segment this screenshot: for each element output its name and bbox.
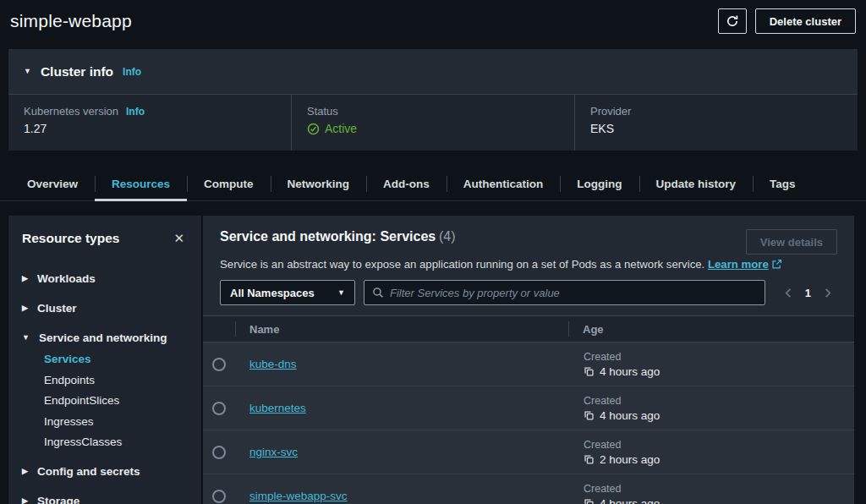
namespace-select[interactable]: All Namespaces ▼ (220, 280, 355, 305)
check-circle-icon (307, 123, 320, 135)
sidebar-item-label: Service and networking (39, 331, 167, 344)
chevron-right-icon: ▶ (22, 304, 28, 312)
radio-cell (203, 358, 235, 371)
created-label: Created (584, 483, 854, 495)
services-title: Service and networking: Services (220, 229, 436, 244)
cluster-info-title: Cluster info (41, 64, 113, 79)
created-label: Created (584, 351, 854, 363)
tab-tags[interactable]: Tags (753, 167, 813, 200)
service-link[interactable]: kubernetes (249, 402, 306, 414)
sidebar-item-label: Config and secrets (37, 465, 140, 478)
kubernetes-version-info-link[interactable]: Info (126, 106, 145, 118)
sidebar-item-config-and-secrets[interactable]: ▶ Config and secrets (22, 463, 188, 480)
status-text: Active (325, 122, 357, 135)
services-header: Service and networking: Services (4) Vie… (220, 229, 837, 255)
age-cell: Created 4 hours ago (568, 395, 854, 422)
copy-icon[interactable] (584, 498, 595, 504)
sidebar-item-cluster[interactable]: ▶ Cluster (22, 299, 188, 317)
search-box (364, 280, 765, 305)
copy-icon[interactable] (584, 410, 595, 421)
learn-more-link[interactable]: Learn more (708, 258, 769, 271)
tab-logging[interactable]: Logging (560, 167, 639, 200)
field-label-text: Kubernetes version (24, 105, 118, 118)
tab-resources[interactable]: Resources (95, 167, 187, 200)
cluster-info-header[interactable]: ▼ Cluster info Info (8, 49, 858, 95)
refresh-button[interactable] (718, 8, 747, 34)
table-row: kubernetes Created 4 hours ago (203, 386, 854, 430)
service-link[interactable]: kube-dns (249, 358, 297, 370)
cluster-info-info-link[interactable]: Info (123, 66, 141, 78)
age-cell: Created 4 hours ago (568, 351, 854, 378)
copy-icon[interactable] (584, 366, 595, 377)
tab-add-ons[interactable]: Add-ons (366, 167, 447, 200)
page-number: 1 (805, 287, 811, 299)
sidebar-item-workloads[interactable]: ▶ Workloads (22, 270, 188, 288)
chevron-right-icon: ▶ (22, 275, 28, 282)
sidebar-item-endpoints[interactable]: Endpoints (44, 371, 188, 388)
services-title-wrap: Service and networking: Services (4) (220, 229, 456, 244)
tab-update-history[interactable]: Update history (639, 167, 754, 200)
filter-row: All Namespaces ▼ 1 (220, 280, 837, 305)
chevron-left-icon[interactable] (782, 287, 795, 299)
sidebar-item-service-and-networking[interactable]: ▼ Service and networking (22, 329, 188, 347)
sidebar-item-ingressclasses[interactable]: IngressClasses (44, 434, 188, 451)
tab-overview[interactable]: Overview (10, 167, 95, 200)
name-cell: nginx-svc (235, 446, 568, 458)
radio-cell (203, 446, 235, 459)
search-icon (372, 287, 384, 299)
sidebar-title: Resource types (22, 231, 119, 246)
cluster-info-body: Kubernetes version Info 1.27 Status Acti… (8, 95, 858, 151)
status-badge: Active (307, 122, 559, 135)
name-cell: kubernetes (235, 402, 568, 414)
sidebar-item-endpointslices[interactable]: EndpointSlices (44, 392, 188, 409)
delete-cluster-button[interactable]: Delete cluster (755, 8, 856, 34)
tab-authentication[interactable]: Authentication (447, 167, 561, 200)
chevron-down-icon: ▼ (337, 288, 345, 297)
age-value: 4 hours ago (600, 409, 660, 422)
tab-compute[interactable]: Compute (187, 167, 271, 200)
cluster-tabs: Overview Resources Compute Networking Ad… (0, 167, 866, 201)
age-value: 4 hours ago (600, 365, 660, 378)
top-bar: simple-webapp Delete cluster (0, 0, 866, 42)
kubernetes-version-label: Kubernetes version Info (24, 105, 276, 118)
resource-types-sidebar: Resource types ✕ ▶ Workloads ▶ Cluster ▼… (8, 216, 201, 504)
name-cell: kube-dns (235, 358, 568, 370)
name-column-header[interactable]: Name (235, 316, 568, 342)
close-icon[interactable]: ✕ (170, 229, 188, 248)
provider-value: EKS (590, 122, 842, 135)
provider-field: Provider EKS (574, 95, 858, 151)
radio-column-header (203, 316, 235, 342)
refresh-icon (726, 14, 739, 28)
chevron-right-icon: ▶ (22, 497, 28, 504)
services-table: Name Age kube-dns Created 4 (203, 315, 854, 504)
eks-cluster-page: simple-webapp Delete cluster ▼ Cluster i… (0, 0, 866, 504)
chevron-right-icon[interactable] (821, 287, 834, 299)
created-label: Created (584, 395, 854, 407)
row-radio[interactable] (212, 446, 226, 459)
status-label: Status (307, 105, 559, 118)
age-value: 2 hours ago (600, 453, 660, 466)
description-text: Service is an abstract way to expose an … (220, 258, 704, 271)
service-link[interactable]: nginx-svc (249, 446, 298, 458)
services-panel: Service and networking: Services (4) Vie… (203, 216, 854, 504)
sidebar-item-ingresses[interactable]: Ingresses (44, 413, 188, 430)
sidebar-item-services[interactable]: Services (44, 351, 188, 368)
sidebar-item-label: Workloads (37, 272, 96, 285)
view-details-button[interactable]: View details (746, 229, 837, 255)
row-radio[interactable] (212, 490, 226, 503)
sidebar-item-label: Storage (37, 495, 79, 504)
provider-label: Provider (590, 105, 842, 118)
external-link-icon (771, 259, 782, 270)
tab-networking[interactable]: Networking (271, 167, 367, 200)
pagination: 1 (782, 287, 834, 299)
radio-cell (203, 490, 235, 503)
age-column-header[interactable]: Age (568, 316, 854, 342)
row-radio[interactable] (212, 402, 226, 415)
row-radio[interactable] (212, 358, 226, 371)
sidebar-list: ▶ Workloads ▶ Cluster ▼ Service and netw… (22, 270, 188, 504)
copy-icon[interactable] (584, 454, 595, 465)
service-link[interactable]: simple-webapp-svc (249, 490, 348, 502)
radio-cell (203, 402, 235, 415)
sidebar-item-storage[interactable]: ▶ Storage (22, 492, 188, 504)
search-input[interactable] (390, 287, 757, 299)
